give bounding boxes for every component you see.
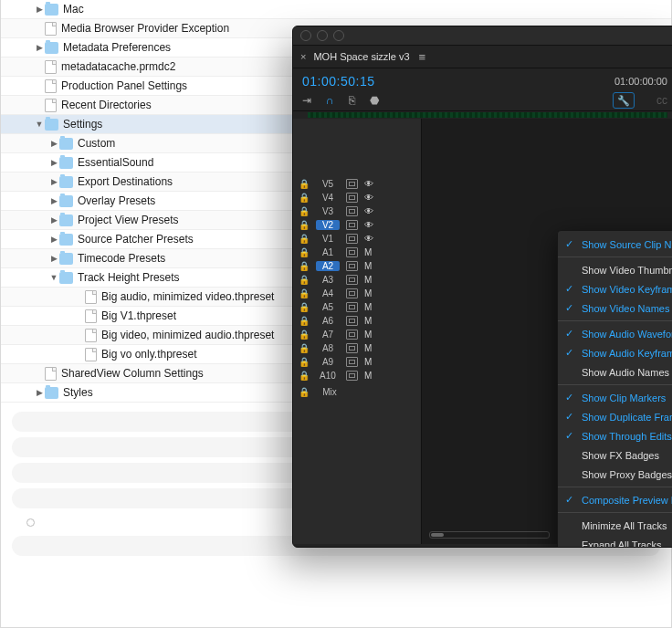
sync-lock-icon[interactable] xyxy=(346,275,358,285)
lock-icon[interactable]: 🔒 xyxy=(299,343,310,353)
time-ruler[interactable] xyxy=(293,111,672,119)
track-target-toggle[interactable]: A4 xyxy=(316,288,340,298)
timeline-clip-area[interactable]: ✓Show Source Clip Name and LabelShow Vid… xyxy=(422,119,672,544)
track-header[interactable]: 🔒A9M xyxy=(293,355,421,369)
track-header[interactable]: 🔒A8M xyxy=(293,341,421,355)
menu-item[interactable]: ✓Show Audio Keyframes xyxy=(558,343,672,362)
timeline-horizontal-scrollbar[interactable] xyxy=(429,531,550,539)
track-header[interactable]: 🔒A4M xyxy=(293,287,421,300)
mix-track-header[interactable]: 🔒MixM xyxy=(293,385,421,399)
track-header[interactable]: 🔒A10M xyxy=(293,369,421,382)
track-target-toggle[interactable]: A1 xyxy=(316,247,340,257)
menu-item[interactable]: Show Video Thumbnails xyxy=(558,260,672,279)
lock-icon[interactable]: 🔒 xyxy=(299,288,310,298)
track-target-toggle[interactable]: A6 xyxy=(316,316,340,326)
traffic-zoom-icon[interactable] xyxy=(333,30,344,41)
track-visibility-icon[interactable]: 👁 xyxy=(364,234,373,244)
lock-icon[interactable]: 🔒 xyxy=(299,234,310,244)
sync-lock-icon[interactable] xyxy=(346,179,358,189)
sync-lock-icon[interactable] xyxy=(346,371,358,381)
snap-icon[interactable]: ∩ xyxy=(326,94,334,107)
menu-item[interactable]: Minimize All Tracks xyxy=(558,516,672,535)
lock-icon[interactable]: 🔒 xyxy=(299,330,310,340)
disclosure-arrow-icon[interactable]: ▶ xyxy=(48,196,59,205)
timeline-settings-button[interactable]: 🔧 xyxy=(613,92,635,109)
track-target-toggle[interactable]: A3 xyxy=(316,275,340,285)
track-visibility-icon[interactable]: 👁 xyxy=(364,179,373,189)
linked-selection-icon[interactable]: ⎘ xyxy=(349,94,355,107)
disclosure-arrow-icon[interactable]: ▶ xyxy=(48,139,59,148)
track-header[interactable]: 🔒V5👁 xyxy=(293,177,421,191)
track-mute-button[interactable]: M xyxy=(364,343,372,353)
track-target-toggle[interactable]: A9 xyxy=(316,357,340,367)
menu-item[interactable]: ✓Show Video Keyframes xyxy=(558,279,672,298)
lock-icon[interactable]: 🔒 xyxy=(299,275,310,285)
track-mute-button[interactable]: M xyxy=(364,371,372,381)
cc-icon[interactable]: cc xyxy=(656,94,667,107)
close-tab-icon[interactable]: × xyxy=(300,51,306,62)
sync-lock-icon[interactable] xyxy=(346,206,358,216)
disclosure-arrow-icon[interactable]: ▶ xyxy=(48,158,59,167)
track-visibility-icon[interactable]: 👁 xyxy=(364,193,373,203)
sync-lock-icon[interactable] xyxy=(346,261,358,271)
lock-icon[interactable]: 🔒 xyxy=(299,247,310,257)
track-target-toggle[interactable]: V5 xyxy=(316,179,340,189)
panel-menu-icon[interactable]: ≡ xyxy=(419,50,426,64)
sync-lock-icon[interactable] xyxy=(346,220,358,230)
track-target-toggle[interactable]: V3 xyxy=(316,206,340,216)
disclosure-arrow-icon[interactable]: ▶ xyxy=(48,235,59,244)
menu-item[interactable]: Show Audio Names xyxy=(558,362,672,382)
lock-icon[interactable]: 🔒 xyxy=(299,371,310,381)
menu-item[interactable]: ✓Show Through Edits xyxy=(558,426,672,445)
track-mute-button[interactable]: M xyxy=(364,247,372,257)
disclosure-arrow-icon[interactable]: ▼ xyxy=(34,120,45,129)
menu-item[interactable]: ✓Show Source Clip Name and Label xyxy=(558,235,672,254)
track-target-toggle[interactable]: A7 xyxy=(316,330,340,340)
track-mute-button[interactable]: M xyxy=(364,275,372,285)
disclosure-arrow-icon[interactable]: ▶ xyxy=(48,254,59,263)
sync-lock-icon[interactable] xyxy=(346,302,358,312)
lock-icon[interactable]: 🔒 xyxy=(299,179,310,189)
lock-icon[interactable]: 🔒 xyxy=(299,261,310,271)
lock-icon[interactable]: 🔒 xyxy=(299,206,310,216)
track-target-toggle[interactable]: V1 xyxy=(316,234,340,244)
playhead-timecode[interactable]: 01:00:50:15 xyxy=(302,74,374,89)
marker-icon[interactable]: ⬣ xyxy=(370,94,379,107)
menu-item[interactable]: Show FX Badges xyxy=(558,445,672,465)
traffic-close-icon[interactable] xyxy=(300,30,311,41)
menu-item[interactable]: Expand All Tracks xyxy=(558,535,672,548)
track-header[interactable]: 🔒V2👁 xyxy=(293,218,421,232)
menu-item[interactable]: ✓Composite Preview During Trim xyxy=(558,490,672,509)
sync-lock-icon[interactable] xyxy=(346,330,358,340)
track-header[interactable]: 🔒A6M xyxy=(293,314,421,328)
disclosure-arrow-icon[interactable]: ▶ xyxy=(34,43,45,52)
folder-row[interactable]: ▶Mac xyxy=(1,0,671,19)
track-target-toggle[interactable]: A5 xyxy=(316,302,340,312)
sync-lock-icon[interactable] xyxy=(346,357,358,367)
sync-lock-icon[interactable] xyxy=(346,247,358,257)
sync-lock-icon[interactable] xyxy=(346,316,358,326)
lock-icon[interactable]: 🔒 xyxy=(299,193,310,203)
disclosure-arrow-icon[interactable]: ▶ xyxy=(34,388,45,397)
menu-item[interactable]: ✓Show Clip Markers xyxy=(558,388,672,407)
track-mute-button[interactable]: M xyxy=(364,316,372,326)
disclosure-arrow-icon[interactable]: ▶ xyxy=(48,215,59,225)
track-header[interactable]: 🔒V3👁 xyxy=(293,204,421,218)
track-mute-button[interactable]: M xyxy=(364,261,372,271)
track-mute-button[interactable]: M xyxy=(364,288,372,298)
lock-icon[interactable]: 🔒 xyxy=(299,302,310,312)
track-header[interactable]: 🔒A1M xyxy=(293,246,421,259)
scrollbar-thumb[interactable] xyxy=(431,533,444,537)
track-target-toggle[interactable]: V4 xyxy=(316,193,340,203)
track-mute-button[interactable]: M xyxy=(364,302,372,312)
traffic-min-icon[interactable] xyxy=(317,30,328,41)
track-header[interactable]: 🔒A7M xyxy=(293,328,421,341)
lock-icon[interactable]: 🔒 xyxy=(299,220,310,230)
sync-lock-icon[interactable] xyxy=(346,234,358,244)
sync-lock-icon[interactable] xyxy=(346,288,358,298)
menu-item[interactable]: Show Proxy Badges xyxy=(558,465,672,484)
sync-lock-icon[interactable] xyxy=(346,343,358,353)
track-target-toggle[interactable]: A8 xyxy=(316,343,340,353)
track-header[interactable]: 🔒A2M xyxy=(293,259,421,273)
track-header[interactable]: 🔒V1👁 xyxy=(293,232,421,246)
